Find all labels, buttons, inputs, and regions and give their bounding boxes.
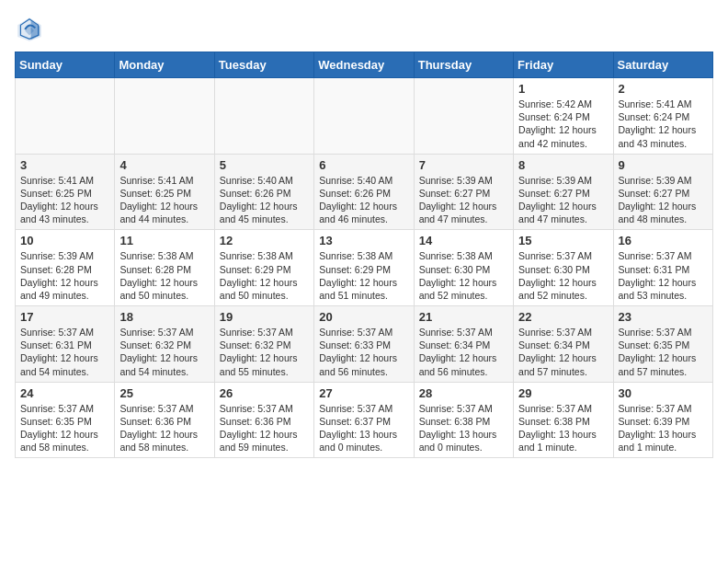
day-info: Sunrise: 5:37 AM Sunset: 6:38 PM Dayligh… xyxy=(518,402,608,454)
calendar-week-2: 3Sunrise: 5:41 AM Sunset: 6:25 PM Daylig… xyxy=(16,154,713,230)
calendar-cell xyxy=(214,78,313,155)
calendar-cell xyxy=(115,78,214,155)
day-number: 19 xyxy=(220,310,309,324)
day-number: 11 xyxy=(119,234,209,247)
calendar-cell: 30Sunrise: 5:37 AM Sunset: 6:39 PM Dayli… xyxy=(613,382,712,458)
calendar-cell: 19Sunrise: 5:37 AM Sunset: 6:32 PM Dayli… xyxy=(214,306,313,383)
weekday-header-sunday: Sunday xyxy=(16,52,115,78)
calendar-cell: 25Sunrise: 5:37 AM Sunset: 6:36 PM Dayli… xyxy=(115,382,214,458)
calendar-cell: 4Sunrise: 5:41 AM Sunset: 6:25 PM Daylig… xyxy=(115,154,214,230)
day-number: 21 xyxy=(419,310,508,324)
day-info: Sunrise: 5:42 AM Sunset: 6:24 PM Dayligh… xyxy=(518,98,608,150)
day-number: 30 xyxy=(619,386,708,400)
day-number: 29 xyxy=(518,386,608,400)
day-info: Sunrise: 5:37 AM Sunset: 6:31 PM Dayligh… xyxy=(20,326,109,378)
calendar-cell xyxy=(314,78,414,155)
day-info: Sunrise: 5:37 AM Sunset: 6:31 PM Dayligh… xyxy=(619,249,708,302)
day-number: 24 xyxy=(20,386,109,400)
day-number: 6 xyxy=(319,158,408,172)
day-number: 5 xyxy=(220,158,309,172)
weekday-header-monday: Monday xyxy=(115,52,214,78)
day-info: Sunrise: 5:39 AM Sunset: 6:27 PM Dayligh… xyxy=(619,174,708,226)
calendar-week-5: 24Sunrise: 5:37 AM Sunset: 6:35 PM Dayli… xyxy=(16,382,713,458)
day-info: Sunrise: 5:37 AM Sunset: 6:35 PM Dayligh… xyxy=(20,402,109,454)
day-number: 9 xyxy=(619,158,708,172)
day-info: Sunrise: 5:37 AM Sunset: 6:39 PM Dayligh… xyxy=(619,402,708,454)
day-number: 3 xyxy=(20,158,109,172)
day-info: Sunrise: 5:38 AM Sunset: 6:29 PM Dayligh… xyxy=(220,249,309,302)
day-number: 1 xyxy=(518,82,608,96)
day-number: 10 xyxy=(20,234,109,247)
calendar-cell: 29Sunrise: 5:37 AM Sunset: 6:38 PM Dayli… xyxy=(514,382,613,458)
day-info: Sunrise: 5:37 AM Sunset: 6:36 PM Dayligh… xyxy=(220,402,309,454)
day-number: 26 xyxy=(220,386,309,400)
logo-icon xyxy=(15,15,44,44)
calendar-cell: 7Sunrise: 5:39 AM Sunset: 6:27 PM Daylig… xyxy=(414,154,513,230)
day-info: Sunrise: 5:41 AM Sunset: 6:25 PM Dayligh… xyxy=(20,174,109,226)
day-number: 16 xyxy=(619,234,708,247)
calendar-cell: 1Sunrise: 5:42 AM Sunset: 6:24 PM Daylig… xyxy=(514,78,613,155)
calendar-cell: 13Sunrise: 5:38 AM Sunset: 6:29 PM Dayli… xyxy=(314,230,414,306)
day-number: 18 xyxy=(119,310,209,324)
day-info: Sunrise: 5:37 AM Sunset: 6:36 PM Dayligh… xyxy=(119,402,209,454)
calendar-cell: 10Sunrise: 5:39 AM Sunset: 6:28 PM Dayli… xyxy=(16,230,115,306)
calendar-week-3: 10Sunrise: 5:39 AM Sunset: 6:28 PM Dayli… xyxy=(16,230,713,306)
calendar-cell: 15Sunrise: 5:37 AM Sunset: 6:30 PM Dayli… xyxy=(514,230,613,306)
calendar-cell: 2Sunrise: 5:41 AM Sunset: 6:24 PM Daylig… xyxy=(613,78,712,155)
day-number: 23 xyxy=(619,310,708,324)
calendar-cell: 22Sunrise: 5:37 AM Sunset: 6:34 PM Dayli… xyxy=(514,306,613,383)
day-info: Sunrise: 5:40 AM Sunset: 6:26 PM Dayligh… xyxy=(220,174,309,226)
day-info: Sunrise: 5:37 AM Sunset: 6:33 PM Dayligh… xyxy=(319,326,408,378)
day-info: Sunrise: 5:40 AM Sunset: 6:26 PM Dayligh… xyxy=(319,174,408,226)
day-number: 2 xyxy=(619,82,708,96)
day-info: Sunrise: 5:41 AM Sunset: 6:25 PM Dayligh… xyxy=(119,174,209,226)
day-number: 8 xyxy=(518,158,608,172)
day-info: Sunrise: 5:37 AM Sunset: 6:34 PM Dayligh… xyxy=(518,326,608,378)
calendar-cell: 11Sunrise: 5:38 AM Sunset: 6:28 PM Dayli… xyxy=(115,230,214,306)
page-header xyxy=(15,15,713,44)
weekday-header-thursday: Thursday xyxy=(414,52,513,78)
calendar-cell: 24Sunrise: 5:37 AM Sunset: 6:35 PM Dayli… xyxy=(16,382,115,458)
day-info: Sunrise: 5:37 AM Sunset: 6:34 PM Dayligh… xyxy=(419,326,508,378)
day-info: Sunrise: 5:38 AM Sunset: 6:29 PM Dayligh… xyxy=(319,249,408,302)
calendar-cell: 16Sunrise: 5:37 AM Sunset: 6:31 PM Dayli… xyxy=(613,230,712,306)
day-number: 28 xyxy=(419,386,508,400)
weekday-header-friday: Friday xyxy=(514,52,613,78)
day-info: Sunrise: 5:37 AM Sunset: 6:38 PM Dayligh… xyxy=(419,402,508,454)
day-info: Sunrise: 5:39 AM Sunset: 6:27 PM Dayligh… xyxy=(419,174,508,226)
calendar-table: SundayMondayTuesdayWednesdayThursdayFrid… xyxy=(15,52,713,458)
calendar-week-4: 17Sunrise: 5:37 AM Sunset: 6:31 PM Dayli… xyxy=(16,306,713,383)
logo xyxy=(15,15,48,44)
calendar-cell xyxy=(16,78,115,155)
calendar-cell: 18Sunrise: 5:37 AM Sunset: 6:32 PM Dayli… xyxy=(115,306,214,383)
day-info: Sunrise: 5:37 AM Sunset: 6:30 PM Dayligh… xyxy=(518,249,608,302)
day-number: 7 xyxy=(419,158,508,172)
day-number: 12 xyxy=(220,234,309,247)
calendar-cell: 3Sunrise: 5:41 AM Sunset: 6:25 PM Daylig… xyxy=(16,154,115,230)
day-number: 27 xyxy=(319,386,408,400)
weekday-header-row: SundayMondayTuesdayWednesdayThursdayFrid… xyxy=(16,52,713,78)
calendar-cell xyxy=(414,78,513,155)
calendar-cell: 6Sunrise: 5:40 AM Sunset: 6:26 PM Daylig… xyxy=(314,154,414,230)
calendar-cell: 8Sunrise: 5:39 AM Sunset: 6:27 PM Daylig… xyxy=(514,154,613,230)
calendar-cell: 5Sunrise: 5:40 AM Sunset: 6:26 PM Daylig… xyxy=(214,154,313,230)
day-number: 13 xyxy=(319,234,408,247)
day-info: Sunrise: 5:38 AM Sunset: 6:28 PM Dayligh… xyxy=(119,249,209,302)
day-number: 17 xyxy=(20,310,109,324)
calendar-cell: 17Sunrise: 5:37 AM Sunset: 6:31 PM Dayli… xyxy=(16,306,115,383)
day-number: 4 xyxy=(119,158,209,172)
calendar-cell: 27Sunrise: 5:37 AM Sunset: 6:37 PM Dayli… xyxy=(314,382,414,458)
calendar-week-1: 1Sunrise: 5:42 AM Sunset: 6:24 PM Daylig… xyxy=(16,78,713,155)
day-info: Sunrise: 5:37 AM Sunset: 6:37 PM Dayligh… xyxy=(319,402,408,454)
day-info: Sunrise: 5:37 AM Sunset: 6:35 PM Dayligh… xyxy=(619,326,708,378)
calendar-cell: 14Sunrise: 5:38 AM Sunset: 6:30 PM Dayli… xyxy=(414,230,513,306)
day-number: 20 xyxy=(319,310,408,324)
calendar-cell: 28Sunrise: 5:37 AM Sunset: 6:38 PM Dayli… xyxy=(414,382,513,458)
calendar-cell: 21Sunrise: 5:37 AM Sunset: 6:34 PM Dayli… xyxy=(414,306,513,383)
weekday-header-saturday: Saturday xyxy=(613,52,712,78)
day-info: Sunrise: 5:37 AM Sunset: 6:32 PM Dayligh… xyxy=(119,326,209,378)
weekday-header-tuesday: Tuesday xyxy=(214,52,313,78)
calendar-cell: 26Sunrise: 5:37 AM Sunset: 6:36 PM Dayli… xyxy=(214,382,313,458)
day-number: 25 xyxy=(119,386,209,400)
day-info: Sunrise: 5:39 AM Sunset: 6:27 PM Dayligh… xyxy=(518,174,608,226)
